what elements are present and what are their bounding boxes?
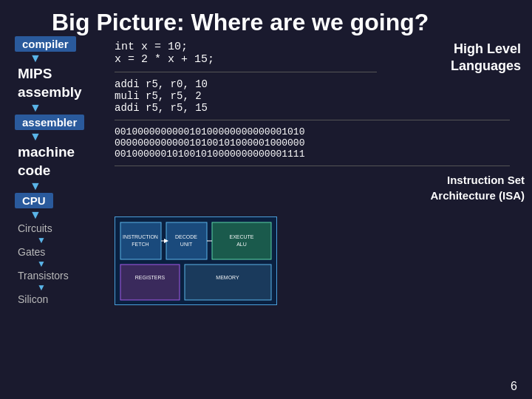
c-code-block: int x = 10; x = 2 * x + 15; (115, 41, 377, 72)
circuits-label: Circuits (15, 222, 55, 235)
machine-code-block: 001000000000010100000000000001010 000000… (115, 126, 510, 166)
arrow-6: ▼ (37, 236, 111, 245)
assembler-row: assembler (15, 115, 111, 130)
arrow-2: ▼ (30, 102, 111, 114)
svg-rect-1 (120, 222, 161, 259)
isa-section: Instruction Set Architecture (ISA) (115, 172, 525, 209)
svg-text:EXECUTE: EXECUTE (229, 234, 253, 239)
assembly-block: addi r5, r0, 10 muli r5, r5, 2 addi r5, … (115, 78, 510, 120)
mips-label: MIPS (15, 65, 55, 83)
content-area: int x = 10; x = 2 * x + 15; addi r5, r0,… (115, 41, 525, 308)
layer-stack: compiler ▼ MIPS assembly ▼ assembler ▼ m… (15, 35, 111, 307)
arrow-5: ▼ (30, 209, 111, 221)
code-row: code (15, 162, 111, 180)
cpu-chip-svg: INSTRUCTION FETCH DECODE UNIT EXECUTE AL… (115, 216, 277, 305)
cpu-row: CPU (15, 193, 111, 208)
silicon-row: Silicon (15, 293, 111, 306)
svg-rect-10 (120, 265, 180, 300)
mc-line3: 001000000101001010000000000001111 (115, 149, 510, 160)
svg-rect-12 (185, 265, 271, 300)
svg-rect-4 (166, 222, 207, 259)
asm-line3: addi r5, r5, 15 (115, 102, 510, 114)
mc-line1: 001000000000010100000000000001010 (115, 126, 510, 137)
silicon-label: Silicon (15, 293, 51, 306)
gates-label: Gates (15, 245, 48, 259)
arrow-4: ▼ (30, 180, 111, 192)
arrow-1: ▼ (30, 52, 111, 64)
arrow-7: ▼ (37, 259, 111, 268)
asm-line1: addi r5, r0, 10 (115, 78, 510, 90)
transistors-label: Transistors (15, 269, 72, 282)
assembly-label: assembly (15, 83, 85, 101)
svg-text:UNIT: UNIT (180, 242, 193, 247)
cpu-label: CPU (15, 193, 53, 208)
machine-row: machine (15, 143, 111, 161)
mips-row: MIPS (15, 65, 111, 83)
page-number: 6 (511, 380, 517, 393)
svg-text:REGISTERS: REGISTERS (135, 275, 166, 280)
arrow-8: ▼ (37, 283, 111, 292)
svg-text:MEMORY: MEMORY (216, 275, 239, 280)
transistors-row: Transistors (15, 269, 111, 282)
svg-rect-7 (212, 222, 271, 259)
assembly-row: assembly (15, 83, 111, 101)
mc-line2: 000000000000010100101000001000000 (115, 137, 510, 149)
isa-label: Instruction Set Architecture (ISA) (430, 172, 525, 203)
asm-line2: muli r5, r5, 2 (115, 90, 510, 102)
gates-row: Gates (15, 245, 111, 259)
compiler-row: compiler (15, 36, 111, 52)
arrow-3: ▼ (30, 131, 111, 143)
cpu-diagram-area: INSTRUCTION FETCH DECODE UNIT EXECUTE AL… (115, 216, 525, 308)
svg-text:DECODE: DECODE (175, 234, 197, 239)
circuits-row: Circuits (15, 222, 111, 235)
svg-text:INSTRUCTION: INSTRUCTION (123, 234, 158, 239)
assembler-label: assembler (15, 115, 84, 130)
svg-text:ALU: ALU (236, 242, 247, 247)
c-code-line2: x = 2 * x + 15; (115, 53, 377, 66)
code-label: code (15, 162, 53, 180)
compiler-label: compiler (15, 36, 76, 52)
svg-text:FETCH: FETCH (132, 242, 149, 247)
c-code-line1: int x = 10; (115, 41, 377, 53)
page-title: Big Picture: Where are we going? (52, 9, 429, 36)
machine-label: machine (15, 143, 78, 161)
